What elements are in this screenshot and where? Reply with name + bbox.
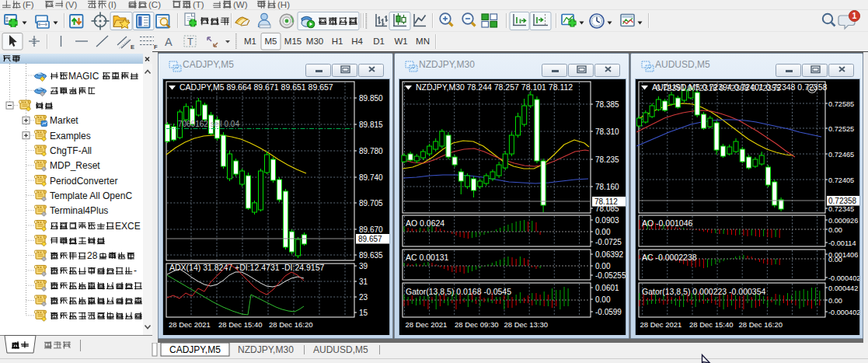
svg-text:0.72525: 0.72525 bbox=[828, 125, 854, 133]
svg-text:AC -0.0002238: AC -0.0002238 bbox=[642, 253, 697, 262]
svg-text:EXCE: EXCE bbox=[115, 221, 141, 232]
svg-text:AO -0.001046: AO -0.001046 bbox=[642, 218, 693, 228]
svg-text:E: E bbox=[131, 44, 134, 51]
svg-text:MN: MN bbox=[416, 37, 430, 46]
svg-text:78.385: 78.385 bbox=[595, 100, 619, 109]
svg-text:89.815: 89.815 bbox=[359, 120, 383, 129]
svg-text:A: A bbox=[165, 36, 173, 48]
svg-text:0.72358: 0.72358 bbox=[828, 197, 857, 205]
svg-text:0.72345: 0.72345 bbox=[828, 205, 854, 213]
svg-text:89.670: 89.670 bbox=[359, 225, 383, 234]
svg-text:89.780: 89.780 bbox=[359, 147, 383, 155]
svg-text:H1: H1 bbox=[332, 37, 343, 46]
svg-text:CADJPY,M5: CADJPY,M5 bbox=[169, 344, 221, 355]
svg-text:(I): (I) bbox=[108, 0, 117, 9]
svg-text:ChgTF-All: ChgTF-All bbox=[50, 145, 92, 156]
svg-text:(H): (H) bbox=[277, 0, 290, 9]
svg-text:28 Dec 15:40: 28 Dec 15:40 bbox=[689, 320, 734, 329]
svg-text:0.0601: 0.0601 bbox=[595, 284, 619, 292]
svg-text:(F): (F) bbox=[23, 0, 34, 9]
svg-text:-0.05255: -0.05255 bbox=[595, 271, 626, 280]
svg-text:(C): (C) bbox=[148, 0, 161, 9]
svg-text:1: 1 bbox=[852, 11, 857, 20]
svg-text:NZDJPY,M30 78.244 78.257 78.1: NZDJPY,M30 78.244 78.257 78.101 78.112 bbox=[416, 82, 573, 92]
svg-text:89.705: 89.705 bbox=[359, 199, 383, 208]
svg-text:28 Dec 2021: 28 Dec 2021 bbox=[169, 320, 211, 329]
svg-text:W1: W1 bbox=[394, 37, 407, 46]
svg-text:H4: H4 bbox=[351, 37, 363, 46]
svg-text:MAGIC: MAGIC bbox=[68, 71, 99, 82]
svg-text:28: 28 bbox=[87, 250, 98, 261]
svg-text:0.00: 0.00 bbox=[595, 295, 611, 304]
svg-text:-0.00114: -0.00114 bbox=[828, 239, 856, 247]
svg-text:D1: D1 bbox=[373, 37, 385, 46]
svg-text:M30: M30 bbox=[306, 37, 323, 46]
svg-text:-0.000402: -0.000402 bbox=[828, 309, 859, 316]
svg-text:CADJPY,M5 89.664 89.671 89.65: CADJPY,M5 89.664 89.671 89.651 89.657 bbox=[180, 82, 333, 92]
svg-text:78.235: 78.235 bbox=[595, 155, 619, 164]
svg-text:39: 39 bbox=[359, 262, 368, 271]
svg-text:0.72405: 0.72405 bbox=[828, 176, 854, 184]
svg-text:-0.0599: -0.0599 bbox=[595, 308, 622, 316]
svg-text:(V): (V) bbox=[65, 0, 78, 9]
svg-text:AO 0.0624: AO 0.0624 bbox=[406, 218, 444, 228]
svg-text:0.00: 0.00 bbox=[828, 256, 842, 264]
svg-text:28 Dec 16:20: 28 Dec 16:20 bbox=[739, 320, 783, 329]
svg-text:89.635: 89.635 bbox=[359, 251, 383, 260]
svg-text:0.0903: 0.0903 bbox=[595, 216, 619, 225]
svg-text:15: 15 bbox=[359, 309, 368, 317]
svg-text:78.112: 78.112 bbox=[594, 197, 618, 206]
svg-text:78.310: 78.310 bbox=[595, 127, 619, 136]
svg-text:-: - bbox=[134, 265, 137, 276]
svg-text:Template All OpenC: Template All OpenC bbox=[50, 190, 132, 201]
svg-text:NZDJPY,M30: NZDJPY,M30 bbox=[238, 344, 294, 355]
svg-text:28 Dec 2021: 28 Dec 2021 bbox=[406, 320, 448, 329]
svg-text:(T): (T) bbox=[193, 0, 204, 9]
svg-text:T: T bbox=[187, 37, 193, 47]
svg-text:-0.000402: -0.000402 bbox=[828, 274, 859, 282]
svg-text:Examples: Examples bbox=[50, 131, 91, 141]
svg-text:Terminal4Plus: Terminal4Plus bbox=[50, 205, 108, 216]
svg-text:Gator(13,8,5) 0.0168 -0.0545: Gator(13,8,5) 0.0168 -0.0545 bbox=[406, 287, 511, 296]
svg-text:M5: M5 bbox=[265, 37, 277, 46]
svg-text:89.740: 89.740 bbox=[359, 173, 383, 182]
svg-text:AC 0.00131: AC 0.00131 bbox=[406, 253, 449, 262]
svg-text:89.850: 89.850 bbox=[359, 94, 383, 103]
svg-text:28 Dec 16:20: 28 Dec 16:20 bbox=[269, 320, 313, 329]
svg-text:M1: M1 bbox=[244, 37, 256, 46]
svg-text:7069162 sell 0.04: 7069162 sell 0.04 bbox=[178, 120, 239, 128]
svg-text:(W): (W) bbox=[233, 0, 248, 9]
svg-text:28 Dec 09:30: 28 Dec 09:30 bbox=[455, 320, 499, 329]
svg-text:0.72391 0.72318 0.72368 0.7235: 0.72391 0.72318 0.72368 0.72355 bbox=[656, 83, 781, 92]
svg-text:0.72465: 0.72465 bbox=[828, 151, 854, 159]
svg-text:28 Dec 2021: 28 Dec 2021 bbox=[640, 320, 682, 329]
svg-text:AUDUSD,M5: AUDUSD,M5 bbox=[313, 344, 368, 355]
svg-text:Gator(13,8,5) 0.000223 -0.0003: Gator(13,8,5) 0.000223 -0.000354 bbox=[642, 287, 766, 296]
svg-text:0.00: 0.00 bbox=[828, 297, 842, 305]
svg-text:0.06392: 0.06392 bbox=[595, 250, 624, 259]
svg-text:0.000442: 0.000442 bbox=[828, 284, 858, 292]
svg-text:0.00: 0.00 bbox=[595, 262, 611, 271]
svg-text:F: F bbox=[154, 44, 158, 51]
svg-text:PeriodConverter: PeriodConverter bbox=[50, 176, 117, 187]
svg-text:0.00: 0.00 bbox=[828, 226, 842, 234]
svg-text:0.00: 0.00 bbox=[595, 228, 611, 236]
svg-text:M15: M15 bbox=[284, 37, 302, 46]
svg-text:-0.0725: -0.0725 bbox=[595, 238, 622, 246]
svg-text:0.000926: 0.000926 bbox=[828, 217, 858, 225]
svg-text:89.657: 89.657 bbox=[358, 235, 382, 243]
svg-text:ADX(14) 31.8247 +DI:12.4731 -D: ADX(14) 31.8247 +DI:12.4731 -DI:24.9157 bbox=[169, 263, 325, 272]
svg-text:Market: Market bbox=[50, 115, 78, 126]
svg-text:28 Dec 15:40: 28 Dec 15:40 bbox=[218, 320, 263, 329]
svg-text:MDP_Reset: MDP_Reset bbox=[50, 160, 100, 171]
svg-text:78.160: 78.160 bbox=[595, 183, 619, 191]
svg-text:28 Dec 13:30: 28 Dec 13:30 bbox=[504, 320, 549, 329]
svg-text:0.72585: 0.72585 bbox=[828, 100, 854, 108]
svg-text:23: 23 bbox=[359, 293, 368, 302]
svg-text:31: 31 bbox=[359, 277, 368, 286]
